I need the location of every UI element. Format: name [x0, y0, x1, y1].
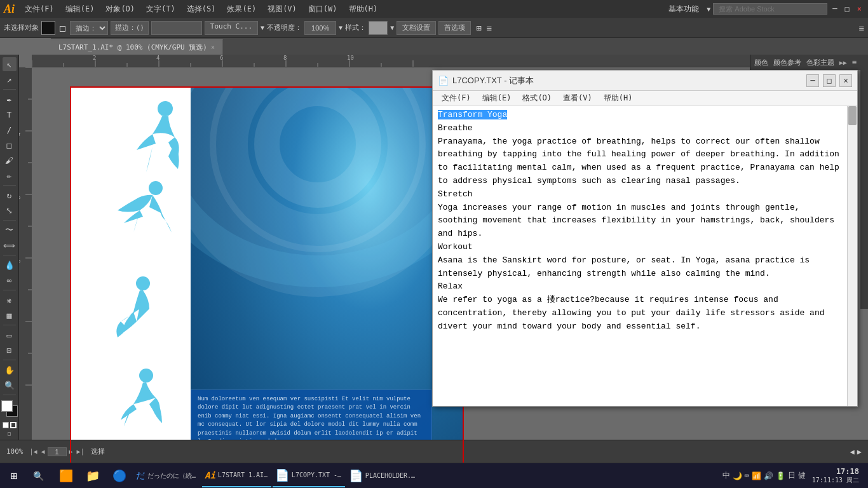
notepad-close-button[interactable]: × — [839, 74, 852, 87]
panel-menu-icon[interactable]: ≡ — [852, 58, 857, 67]
line-tool[interactable]: / — [3, 123, 17, 137]
notepad-maximize-button[interactable]: □ — [823, 74, 836, 87]
tray-icon-battery[interactable]: 🔋 — [776, 471, 785, 480]
notepad-menu-help[interactable]: 帮助(H) — [599, 92, 638, 105]
notepad-menu-view[interactable]: 查看(V) — [558, 92, 597, 105]
artboard[interactable]: Num doloreetum ven esequam ver suscipist… — [70, 86, 464, 465]
blend-tool[interactable]: ∞ — [3, 273, 17, 287]
artboard-prev-icon[interactable]: ◀ — [850, 447, 855, 456]
notepad-minimize-button[interactable]: ─ — [806, 74, 819, 87]
tray-icon-volume[interactable]: 🔊 — [764, 471, 773, 480]
warp-tool[interactable]: 〜 — [3, 223, 17, 237]
color-picker-box[interactable] — [151, 21, 202, 35]
stroke-width-input[interactable]: 描边： ⟨⟩ — [111, 21, 149, 35]
window-ctrl-minimize[interactable]: ─ — [830, 3, 839, 15]
prefs-button[interactable]: 首选项 — [438, 21, 471, 35]
menu-window[interactable]: 窗口(W) — [303, 3, 342, 16]
last-page-button[interactable]: ▶| — [76, 448, 86, 455]
workspace-dropdown[interactable]: 基本功能 — [663, 3, 704, 16]
svg-text:10: 10 — [347, 55, 354, 61]
rect-tool[interactable]: □ — [3, 138, 17, 152]
tray-icon-keyboard[interactable]: ⌨ — [745, 471, 749, 480]
zoom-tool[interactable]: 🔍 — [3, 378, 17, 392]
taskbar-search-button[interactable]: 🔍 — [27, 464, 50, 487]
notepad-textarea[interactable]: Transform Yoga Breathe Pranayama, the yo… — [433, 106, 847, 406]
stroke-color-box[interactable] — [41, 21, 55, 35]
opacity-label: 不透明度： — [267, 23, 302, 32]
window-ctrl-close[interactable]: × — [855, 3, 864, 15]
rotate-tool[interactable]: ↻ — [3, 188, 17, 202]
clock-display[interactable]: 17:18 17:11:13 周二 — [812, 467, 859, 485]
doc-tab-close[interactable]: × — [211, 44, 215, 51]
taskbar-app-illustrator[interactable]: Ai L7START_1.AI* @... — [202, 464, 271, 487]
artboard-next-icon[interactable]: ▶ — [857, 447, 862, 456]
brush-select[interactable]: 描边： — [70, 21, 108, 35]
menu-effect[interactable]: 效果(E) — [222, 3, 261, 16]
menu-help[interactable]: 帮助(H) — [344, 3, 383, 16]
menu-file[interactable]: 文件(F) — [20, 3, 59, 16]
color-ref-panel-tab[interactable]: 颜色参考 — [773, 58, 801, 67]
left-white-panel — [70, 86, 191, 465]
menu-text[interactable]: 文字(T) — [141, 3, 180, 16]
doc-settings-button[interactable]: 文档设置 — [397, 21, 436, 35]
touch-button[interactable]: Touch C... — [205, 21, 258, 35]
start-button[interactable]: ⊞ — [3, 464, 25, 487]
menu-select[interactable]: 选择(S) — [182, 3, 221, 16]
menu-icon[interactable]: ≡ — [859, 23, 864, 33]
notepad-menu-edit[interactable]: 编辑(E) — [477, 92, 517, 105]
notepad-menu-format[interactable]: 格式(O) — [517, 92, 557, 105]
fill-indicator[interactable] — [3, 422, 9, 428]
paintbrush-tool[interactable]: 🖌 — [3, 153, 17, 167]
page-number-input[interactable] — [48, 447, 67, 456]
select-tool[interactable]: ↖ — [3, 57, 17, 71]
next-page-button[interactable]: ▶ — [68, 448, 74, 455]
scrollbar-thumb[interactable] — [848, 106, 857, 125]
taskbar-app-windows[interactable]: 🟧 — [53, 464, 79, 487]
direct-select-tool[interactable]: ↗ — [3, 72, 17, 86]
tray-icon-moon[interactable]: 🌙 — [733, 471, 742, 480]
menu-view[interactable]: 视图(V) — [262, 3, 302, 16]
document-tab[interactable]: L7START_1.AI* @ 100% (CMYK/GPU 预选) × — [51, 39, 223, 55]
pen-tool[interactable]: ✒ — [3, 92, 17, 106]
type-tool[interactable]: T — [3, 107, 17, 121]
tray-icon-health[interactable]: 健 — [798, 470, 806, 481]
ruler-vertical: 4 6 8 — [19, 67, 32, 465]
tray-icon-lang[interactable]: 中 — [722, 470, 730, 481]
yoga-silhouettes-svg — [70, 86, 191, 465]
foreground-color-swatch[interactable] — [1, 400, 13, 412]
tray-icon-wifi[interactable]: 📶 — [752, 471, 761, 480]
color-panel-tab[interactable]: 颜色 — [754, 58, 768, 67]
symbol-tool[interactable]: ❋ — [3, 293, 17, 307]
opacity-input[interactable] — [304, 21, 336, 35]
style-selector[interactable] — [369, 21, 388, 35]
scale-tool[interactable]: ⤡ — [3, 203, 17, 217]
taskbar-app-notepad[interactable]: 📄 L7COPY.TXT - 記... — [273, 464, 345, 487]
panel-collapse-bar — [860, 55, 868, 309]
pencil-tool[interactable]: ✏ — [3, 168, 17, 182]
taskbar-app-ime[interactable]: だ だったのに（続音... — [133, 464, 201, 487]
taskbar-app-browser[interactable]: 🔵 — [107, 464, 132, 487]
column-graph-tool[interactable]: ▦ — [3, 308, 17, 322]
hand-tool[interactable]: ✋ — [3, 363, 17, 377]
slice-tool[interactable]: ⊡ — [3, 343, 17, 357]
eyedropper-tool[interactable]: 💧 — [3, 258, 17, 272]
stock-search-input[interactable] — [713, 3, 827, 15]
svg-text:8: 8 — [19, 260, 22, 263]
first-page-button[interactable]: |◀ — [29, 448, 39, 455]
prev-page-button[interactable]: ◀ — [40, 448, 46, 455]
taskbar-app-placeholder[interactable]: 📄 PLACEHOLDER.TX... — [346, 464, 419, 487]
menu-edit[interactable]: 编辑(E) — [60, 3, 100, 16]
notepad-scrollbar[interactable] — [847, 106, 857, 406]
color-theme-panel-tab[interactable]: 色彩主题 — [806, 58, 834, 67]
stroke-indicator[interactable] — [10, 422, 17, 428]
menu-object[interactable]: 对象(O) — [100, 3, 140, 16]
taskbar-app-explorer[interactable]: 📁 — [80, 464, 105, 487]
panel-expand-icon[interactable]: ▶▶ — [839, 59, 847, 66]
width-tool[interactable]: ⟺ — [3, 238, 17, 252]
window-ctrl-maximize[interactable]: □ — [843, 3, 852, 15]
artboard-tool[interactable]: ▭ — [3, 328, 17, 342]
windows-app-icon: 🟧 — [59, 469, 73, 482]
notepad-menu-file[interactable]: 文件(F) — [437, 92, 476, 105]
tray-icon-ime-ja[interactable]: 日 — [788, 470, 796, 481]
color-swatches[interactable] — [1, 400, 18, 417]
